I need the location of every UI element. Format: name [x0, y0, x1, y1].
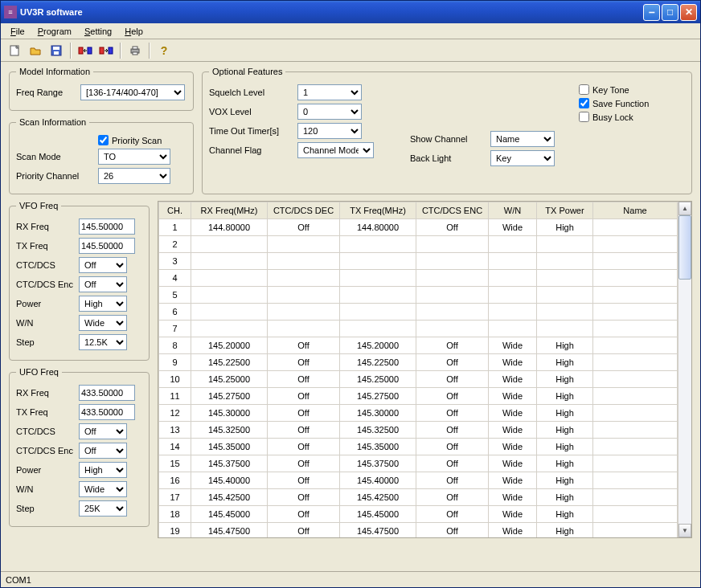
vfo-ctcenc-select[interactable]: Off	[79, 276, 127, 292]
table-cell[interactable]: High	[537, 405, 593, 422]
table-cell[interactable]: 18	[159, 506, 191, 523]
table-cell[interactable]	[593, 455, 678, 472]
table-cell[interactable]: High	[537, 439, 593, 455]
table-cell[interactable]: Wide	[489, 489, 537, 506]
table-cell[interactable]: 4	[159, 270, 191, 287]
table-cell[interactable]: High	[537, 506, 593, 523]
table-cell[interactable]	[268, 304, 340, 321]
table-cell[interactable]: 145.45000	[191, 506, 268, 523]
table-cell[interactable]: Wide	[489, 337, 537, 354]
table-cell[interactable]	[537, 287, 593, 304]
table-cell[interactable]: Off	[416, 337, 489, 354]
table-header[interactable]: CH.	[159, 202, 191, 219]
table-row[interactable]: 2	[159, 236, 678, 253]
menu-help[interactable]: Help	[118, 25, 150, 38]
table-cell[interactable]: 145.20000	[340, 337, 416, 354]
table-cell[interactable]	[593, 439, 678, 455]
scroll-thumb[interactable]	[678, 215, 691, 280]
table-cell[interactable]	[191, 236, 268, 253]
table-cell[interactable]	[593, 371, 678, 388]
table-cell[interactable]	[191, 253, 268, 270]
table-cell[interactable]	[489, 236, 537, 253]
table-cell[interactable]	[593, 236, 678, 253]
table-cell[interactable]	[537, 270, 593, 287]
table-cell[interactable]: Wide	[489, 472, 537, 489]
table-header[interactable]: CTC/DCS ENC	[416, 202, 489, 219]
save-func-checkbox[interactable]	[579, 98, 589, 108]
table-row[interactable]: 4	[159, 270, 678, 287]
table-cell[interactable]	[416, 304, 489, 321]
ufo-ctc-select[interactable]: Off	[79, 423, 127, 439]
table-cell[interactable]: Off	[416, 219, 489, 236]
table-cell[interactable]: 14	[159, 439, 191, 455]
table-cell[interactable]: 145.35000	[191, 439, 268, 455]
table-row[interactable]: 17145.42500Off145.42500OffWideHigh	[159, 489, 678, 506]
table-row[interactable]: 1144.80000Off144.80000OffWideHigh	[159, 219, 678, 236]
table-cell[interactable]	[191, 304, 268, 321]
vfo-wn-select[interactable]: Wide	[79, 315, 127, 331]
table-cell[interactable]: Wide	[489, 523, 537, 538]
table-cell[interactable]: 6	[159, 304, 191, 321]
table-cell[interactable]: Wide	[489, 219, 537, 236]
table-cell[interactable]: 2	[159, 236, 191, 253]
table-cell[interactable]	[340, 287, 416, 304]
table-cell[interactable]: Wide	[489, 388, 537, 405]
table-header[interactable]: TX Freq(MHz)	[340, 202, 416, 219]
table-cell[interactable]: 145.30000	[340, 405, 416, 422]
table-cell[interactable]: Off	[416, 489, 489, 506]
table-cell[interactable]	[593, 405, 678, 422]
table-cell[interactable]: Off	[268, 523, 340, 538]
ufo-power-select[interactable]: High	[79, 462, 127, 478]
table-row[interactable]: 15145.37500Off145.37500OffWideHigh	[159, 455, 678, 472]
table-cell[interactable]: Off	[268, 219, 340, 236]
table-cell[interactable]: Off	[416, 506, 489, 523]
table-cell[interactable]: Off	[268, 405, 340, 422]
table-header[interactable]: W/N	[489, 202, 537, 219]
table-cell[interactable]	[268, 253, 340, 270]
priority-channel-select[interactable]: 26	[98, 168, 170, 184]
table-cell[interactable]: Off	[416, 472, 489, 489]
maximize-button[interactable]: □	[662, 4, 678, 21]
table-cell[interactable]	[537, 304, 593, 321]
table-cell[interactable]: Off	[268, 439, 340, 455]
table-header[interactable]: CTC/DCS DEC	[268, 202, 340, 219]
table-cell[interactable]	[416, 253, 489, 270]
vfo-tx-input[interactable]	[79, 238, 135, 254]
table-cell[interactable]	[191, 270, 268, 287]
table-cell[interactable]	[340, 304, 416, 321]
minimize-button[interactable]: ‒	[643, 4, 660, 21]
table-cell[interactable]: High	[537, 472, 593, 489]
table-cell[interactable]: Wide	[489, 405, 537, 422]
close-button[interactable]: ✕	[680, 4, 697, 21]
freq-range-select[interactable]: [136-174/400-470]	[80, 84, 185, 100]
scroll-up-button[interactable]: ▲	[678, 202, 691, 215]
save-button[interactable]	[47, 42, 65, 59]
table-cell[interactable]	[416, 287, 489, 304]
table-cell[interactable]: 1	[159, 219, 191, 236]
chflag-select[interactable]: Channel Mode	[297, 142, 374, 158]
ufo-tx-input[interactable]	[79, 404, 135, 420]
key-tone-checkbox[interactable]	[579, 84, 589, 95]
table-cell[interactable]: Off	[416, 371, 489, 388]
menu-file[interactable]: File	[4, 25, 31, 38]
table-cell[interactable]: 144.80000	[191, 219, 268, 236]
table-cell[interactable]	[593, 422, 678, 439]
table-cell[interactable]: 145.40000	[191, 472, 268, 489]
table-cell[interactable]: 5	[159, 287, 191, 304]
table-cell[interactable]: Wide	[489, 506, 537, 523]
table-cell[interactable]: Off	[268, 455, 340, 472]
table-cell[interactable]: Off	[416, 523, 489, 538]
table-cell[interactable]	[191, 321, 268, 337]
table-cell[interactable]: 145.25000	[340, 371, 416, 388]
table-cell[interactable]	[340, 236, 416, 253]
table-cell[interactable]: 8	[159, 337, 191, 354]
table-row[interactable]: 19145.47500Off145.47500OffWideHigh	[159, 523, 678, 538]
write-radio-button[interactable]	[97, 42, 115, 59]
read-radio-button[interactable]	[76, 42, 94, 59]
table-cell[interactable]: High	[537, 523, 593, 538]
table-cell[interactable]: 17	[159, 489, 191, 506]
table-row[interactable]: 8145.20000Off145.20000OffWideHigh	[159, 337, 678, 354]
new-button[interactable]	[6, 42, 23, 59]
table-cell[interactable]	[340, 253, 416, 270]
table-cell[interactable]	[416, 236, 489, 253]
